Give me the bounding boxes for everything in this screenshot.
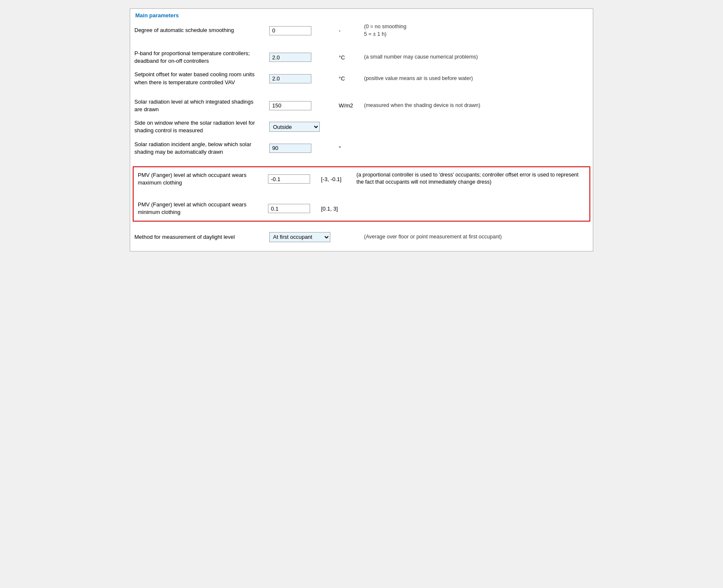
unit-label: °: [335, 138, 360, 159]
param-label: Solar radiation incident angle, below wh…: [130, 138, 265, 159]
input-cell: [265, 47, 335, 68]
param-label: PMV (Fanger) level at which occupant wea…: [133, 167, 264, 191]
param-label: P-band for proportional temperature cont…: [130, 47, 265, 68]
param-label: Degree of automatic schedule smoothing: [130, 20, 265, 41]
table-row: P-band for proportional temperature cont…: [130, 47, 593, 68]
table-row: PMV (Fanger) level at which occupant wea…: [133, 167, 590, 191]
input-cell: [264, 167, 319, 191]
table-row: Side on window where the solar radiation…: [130, 116, 593, 137]
solar-radiation-input[interactable]: [269, 101, 311, 110]
pmv-max-input[interactable]: [268, 174, 310, 184]
table-row: PMV (Fanger) level at which occupant wea…: [133, 197, 590, 221]
range-label: [0.1, 3]: [319, 197, 352, 221]
input-cell: At first occupant Average over floor: [265, 229, 335, 245]
unit-label: [335, 116, 360, 137]
main-panel: Main parameters Degree of automatic sche…: [130, 8, 593, 251]
input-cell: [265, 138, 335, 159]
hint-label: (measured when the shading device is not…: [360, 95, 593, 116]
unit-label: [335, 229, 360, 245]
table-row: Degree of automatic schedule smoothing -…: [130, 20, 593, 41]
param-label: Solar radiation level at which integrate…: [130, 95, 265, 116]
input-cell: [265, 95, 335, 116]
input-cell: [265, 68, 335, 89]
section-title: Main parameters: [130, 9, 593, 20]
hint-label: (Average over floor or point measurement…: [360, 229, 593, 245]
spacer-row: [130, 41, 593, 47]
hint-label: (positive value means air is used before…: [360, 68, 593, 89]
daylight-method-select[interactable]: At first occupant Average over floor: [269, 232, 330, 242]
param-label: PMV (Fanger) level at which occupant wea…: [133, 197, 264, 221]
param-label: Method for measurement of daylight level: [130, 229, 265, 245]
range-label: [-3, -0.1]: [319, 167, 352, 191]
unit-label: W/m2: [335, 95, 360, 116]
spacer-row: [130, 223, 593, 229]
hint-label: (a small number may cause numerical prob…: [360, 47, 593, 68]
param-label: Side on window where the solar radiation…: [130, 116, 265, 137]
table-row: Solar radiation level at which integrate…: [130, 95, 593, 116]
table-row: Method for measurement of daylight level…: [130, 229, 593, 245]
shading-side-select[interactable]: Outside Inside: [269, 122, 320, 132]
solar-angle-input[interactable]: [269, 144, 311, 153]
hint-label: [360, 116, 593, 137]
params-table: Degree of automatic schedule smoothing -…: [130, 20, 593, 251]
setpoint-offset-input[interactable]: [269, 74, 311, 83]
p-band-input[interactable]: [269, 53, 311, 62]
highlighted-table: PMV (Fanger) level at which occupant wea…: [133, 166, 590, 222]
unit-label: -: [335, 20, 360, 41]
param-label: Setpoint offset for water based cooling …: [130, 68, 265, 89]
highlighted-section-row: PMV (Fanger) level at which occupant wea…: [130, 165, 593, 223]
schedule-smoothing-input[interactable]: [269, 26, 311, 35]
hint-label: (a proportional controller is used to 'd…: [352, 167, 590, 191]
spacer-row: [130, 245, 593, 251]
spacer-row: [130, 159, 593, 165]
unit-label: °C: [335, 47, 360, 68]
spacer-row: [130, 89, 593, 95]
input-cell: [265, 20, 335, 41]
unit-label: °C: [335, 68, 360, 89]
hint-label: [360, 138, 593, 159]
spacer-row: [133, 191, 590, 197]
table-row: Solar radiation incident angle, below wh…: [130, 138, 593, 159]
hint-label: (0 = no smoothing 5 = ± 1 h): [360, 20, 593, 41]
table-row: Setpoint offset for water based cooling …: [130, 68, 593, 89]
input-cell: Outside Inside: [265, 116, 335, 137]
hint-label: [352, 197, 590, 221]
pmv-min-input[interactable]: [268, 204, 310, 213]
input-cell: [264, 197, 319, 221]
